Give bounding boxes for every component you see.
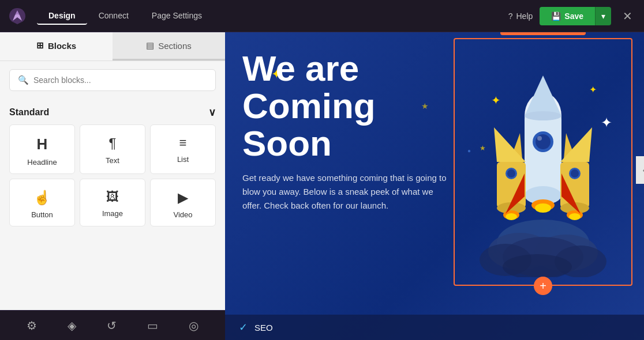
- topbar: Design Connect Page Settings ? Help 💾 Sa…: [0, 0, 644, 32]
- save-button[interactable]: 💾 Save: [540, 7, 595, 25]
- block-copy-btn[interactable]: ⧉: [553, 32, 565, 33]
- blocks-grid: H Headline ¶ Text ≡ List ☝ Button: [9, 124, 216, 226]
- nav-connect[interactable]: Connect: [87, 7, 140, 25]
- standard-section-header: Standard ∨: [9, 99, 216, 124]
- canvas-area: ✦ ★ ● We are Coming Soon Get ready we ha…: [225, 32, 644, 340]
- sections-icon: ▤: [146, 40, 154, 51]
- canvas-subtitle: Get ready we have something coming that …: [242, 171, 450, 213]
- mobile-toolbar-btn[interactable]: ▭: [144, 315, 162, 336]
- settings-toolbar-btn[interactable]: ⚙: [23, 315, 40, 336]
- canvas-text-block: We are Coming Soon Get ready we have som…: [242, 50, 450, 213]
- main-layout: ⊞ Blocks ▤ Sections 🔍 Standard ∨: [0, 32, 644, 340]
- block-list[interactable]: ≡ List: [150, 124, 216, 174]
- rocket-svg: ✦ ✦ ✦ ★: [462, 47, 624, 277]
- video-icon: ▶: [178, 190, 188, 206]
- collapse-icon[interactable]: ∨: [208, 106, 216, 119]
- close-button[interactable]: ✕: [618, 7, 637, 25]
- bottom-toolbar: ⚙ ◈ ↺ ▭ ◎: [0, 310, 225, 340]
- topbar-right: ? Help 💾 Save ▾ ✕: [508, 7, 637, 25]
- search-icon: 🔍: [18, 75, 29, 85]
- svg-point-23: [571, 169, 579, 177]
- help-button[interactable]: ? Help: [508, 12, 533, 21]
- svg-point-12: [536, 134, 551, 149]
- nav-design[interactable]: Design: [37, 7, 87, 25]
- nav-page-settings[interactable]: Page Settings: [140, 7, 214, 25]
- headline-icon: H: [37, 135, 48, 153]
- logo: [7, 6, 28, 27]
- svg-point-10: [525, 111, 561, 120]
- block-edit-toolbar: ✥ ⚙ 💾 ⧉ 🗑: [500, 32, 586, 35]
- block-save-btn[interactable]: 💾: [534, 32, 552, 33]
- panel-collapse-arrow[interactable]: ‹: [636, 156, 644, 184]
- tab-sections[interactable]: ▤ Sections: [113, 32, 225, 61]
- save-group: 💾 Save ▾: [540, 7, 611, 25]
- panel-tabs: ⊞ Blocks ▤ Sections: [0, 32, 225, 61]
- block-delete-btn[interactable]: 🗑: [566, 32, 581, 33]
- svg-point-27: [535, 203, 551, 213]
- search-bar: 🔍: [0, 61, 225, 99]
- preview-toolbar-btn[interactable]: ◎: [185, 315, 202, 336]
- svg-text:★: ★: [480, 144, 486, 152]
- svg-text:✦: ✦: [589, 85, 597, 95]
- help-icon: ?: [508, 12, 513, 21]
- history-toolbar-btn[interactable]: ↺: [103, 315, 120, 336]
- block-text-label: Text: [106, 156, 119, 165]
- rocket-illustration: ✦ ✦ ✦ ★: [455, 39, 631, 285]
- seo-bar: ✓ SEO: [225, 315, 644, 340]
- search-input-wrap: 🔍: [9, 69, 216, 91]
- search-input[interactable]: [33, 75, 207, 85]
- topbar-nav: Design Connect Page Settings: [37, 7, 508, 25]
- block-settings-btn[interactable]: ⚙: [519, 32, 533, 33]
- list-icon: ≡: [179, 135, 187, 150]
- block-headline-label: Headline: [27, 158, 57, 167]
- svg-rect-8: [525, 115, 561, 195]
- block-video-label: Video: [173, 210, 192, 219]
- tab-blocks[interactable]: ⊞ Blocks: [0, 32, 113, 61]
- image-icon: 🖼: [106, 190, 119, 205]
- svg-text:✦: ✦: [601, 115, 612, 130]
- block-move-btn[interactable]: ✥: [505, 32, 518, 33]
- svg-point-13: [537, 136, 542, 141]
- seo-check-icon: ✓: [239, 321, 248, 334]
- seo-label: SEO: [254, 323, 273, 333]
- layers-toolbar-btn[interactable]: ◈: [64, 315, 80, 336]
- svg-point-17: [507, 169, 515, 177]
- svg-point-19: [506, 213, 517, 220]
- save-icon: 💾: [551, 12, 561, 21]
- block-image[interactable]: 🖼 Image: [80, 179, 145, 226]
- block-image-label: Image: [102, 209, 123, 218]
- block-video[interactable]: ▶ Video: [150, 179, 216, 226]
- block-list-label: List: [177, 155, 189, 164]
- block-button[interactable]: ☝ Button: [9, 179, 75, 226]
- add-block-button[interactable]: +: [534, 277, 552, 295]
- svg-text:✦: ✦: [491, 94, 501, 107]
- canvas-title: We are Coming Soon: [242, 50, 450, 162]
- button-icon: ☝: [33, 190, 51, 206]
- rocket-block[interactable]: ✥ ⚙ 💾 ⧉ 🗑: [454, 38, 632, 286]
- block-button-label: Button: [31, 210, 53, 219]
- svg-point-25: [569, 213, 581, 220]
- text-icon: ¶: [109, 135, 117, 152]
- left-panel: ⊞ Blocks ▤ Sections 🔍 Standard ∨: [0, 32, 225, 340]
- block-headline[interactable]: H Headline: [9, 124, 75, 174]
- blocks-icon: ⊞: [36, 40, 44, 51]
- blocks-section: Standard ∨ H Headline ¶ Text ≡ List: [0, 99, 225, 310]
- block-text[interactable]: ¶ Text: [80, 124, 145, 174]
- save-dropdown-button[interactable]: ▾: [595, 7, 611, 25]
